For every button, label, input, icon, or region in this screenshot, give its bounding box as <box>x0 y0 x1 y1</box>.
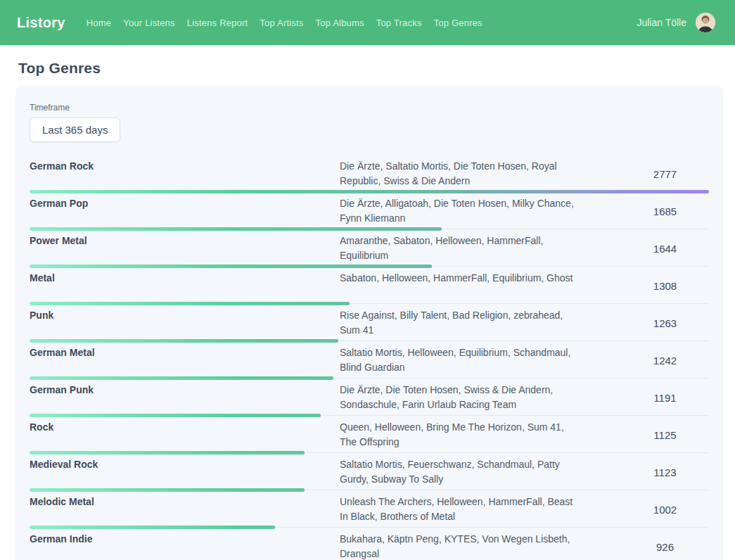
genre-row: German Metal Saltatio Mortis, Helloween,… <box>30 343 709 380</box>
genre-artists: Sabaton, Helloween, HammerFall, Equilibr… <box>340 271 582 300</box>
genre-artists: Die Ärzte, Alligatoah, Die Toten Hosen, … <box>340 196 582 226</box>
genre-artists: Queen, Helloween, Bring Me The Horizon, … <box>340 420 582 450</box>
genre-bar <box>30 227 442 231</box>
genre-artists: Unleash The Archers, Helloween, HammerFa… <box>340 495 582 524</box>
genre-bar-track <box>30 488 709 492</box>
timeframe-group: Timeframe Last 365 days <box>30 103 709 142</box>
genre-artists: Saltatio Mortis, Feuerschwanz, Schandmau… <box>340 457 582 487</box>
genre-row-columns: Rock Queen, Helloween, Bring Me The Hori… <box>30 420 709 450</box>
genre-row-columns: Power Metal Amaranthe, Sabaton, Hellowee… <box>30 234 709 263</box>
genre-name: German Punk <box>30 383 340 412</box>
genre-name: German Pop <box>30 196 340 226</box>
genre-row-columns: German Pop Die Ärzte, Alligatoah, Die To… <box>30 196 709 226</box>
genre-row: German Pop Die Ärzte, Alligatoah, Die To… <box>30 193 709 231</box>
nav-item-top-albums[interactable]: Top Albums <box>316 18 364 28</box>
genre-row-columns: Metal Sabaton, Helloween, HammerFall, Eq… <box>30 271 709 300</box>
genre-count: 1191 <box>621 392 709 404</box>
genre-bar-track <box>30 376 709 380</box>
genre-count: 1123 <box>621 466 709 478</box>
genre-bar-track <box>30 227 709 231</box>
genre-bar-track <box>30 190 709 193</box>
genres-card: Timeframe Last 365 days German Rock Die … <box>15 86 723 560</box>
genre-bar-track <box>30 526 709 529</box>
genre-count: 1263 <box>621 317 709 329</box>
timeframe-label: Timeframe <box>30 103 709 113</box>
genre-row-columns: German Rock Die Ärzte, Saltatio Mortis, … <box>30 159 709 189</box>
genre-count: 1242 <box>621 355 709 367</box>
genre-name: German Indie <box>30 532 340 560</box>
genre-bar <box>30 339 338 343</box>
genre-row-columns: German Metal Saltatio Mortis, Helloween,… <box>30 345 709 375</box>
genre-bar <box>30 488 305 492</box>
nav-item-your-listens[interactable]: Your Listens <box>123 18 174 28</box>
genre-name: Punk <box>30 308 340 338</box>
genre-bar <box>30 302 350 305</box>
nav-item-top-genres[interactable]: Top Genres <box>434 18 482 28</box>
genre-count: 1685 <box>621 205 709 217</box>
genre-count: 1125 <box>621 429 709 441</box>
genre-row-columns: German Punk Die Ärzte, Die Toten Hosen, … <box>30 383 709 412</box>
page-title: Top Genres <box>18 60 735 77</box>
genre-count: 1002 <box>621 504 709 516</box>
user-menu[interactable]: Julian Tölle <box>637 13 715 32</box>
genre-row: Medieval Rock Saltatio Mortis, Feuerschw… <box>30 454 709 492</box>
nav-item-home[interactable]: Home <box>87 18 111 28</box>
main-content: Top Genres Timeframe Last 365 days Germa… <box>0 60 735 560</box>
genre-list: German Rock Die Ärzte, Saltatio Mortis, … <box>30 156 709 560</box>
app-navbar: Listory HomeYour ListensListens ReportTo… <box>0 0 735 45</box>
genre-artists: Die Ärzte, Saltatio Mortis, Die Toten Ho… <box>340 159 582 189</box>
genre-artists: Bukahara, Käptn Peng, KYTES, Von Wegen L… <box>340 532 582 560</box>
genre-count: 926 <box>621 541 709 553</box>
genre-name: Melodic Metal <box>30 495 340 524</box>
genre-bar-track <box>30 339 709 343</box>
genre-artists: Die Ärzte, Die Toten Hosen, Swiss & Die … <box>340 383 582 412</box>
genre-row-columns: German Indie Bukahara, Käptn Peng, KYTES… <box>30 532 709 560</box>
genre-count: 1308 <box>621 280 709 292</box>
nav-item-top-tracks[interactable]: Top Tracks <box>376 18 422 28</box>
genre-name: German Rock <box>30 159 340 189</box>
genre-row: Metal Sabaton, Helloween, HammerFall, Eq… <box>30 268 709 305</box>
genre-row: Power Metal Amaranthe, Sabaton, Hellowee… <box>30 231 709 268</box>
genre-artists: Amaranthe, Sabaton, Helloween, HammerFal… <box>340 234 582 263</box>
genre-name: Medieval Rock <box>30 457 340 487</box>
genre-name: Rock <box>30 420 340 450</box>
genre-bar <box>30 190 709 193</box>
genre-count: 1644 <box>621 243 709 255</box>
genre-bar-track <box>30 265 709 268</box>
nav-links: HomeYour ListensListens ReportTop Artist… <box>87 18 482 28</box>
genre-row: Melodic Metal Unleash The Archers, Hello… <box>30 492 709 529</box>
genre-row: Rock Queen, Helloween, Bring Me The Hori… <box>30 417 709 454</box>
genre-bar <box>30 451 305 454</box>
genre-name: Metal <box>30 271 340 300</box>
genre-row: Punk Rise Against, Billy Talent, Bad Rel… <box>30 305 709 343</box>
genre-bar-track <box>30 451 709 454</box>
brand-logo[interactable]: Listory <box>17 15 65 31</box>
genre-row: German Rock Die Ärzte, Saltatio Mortis, … <box>30 156 709 193</box>
genre-name: Power Metal <box>30 234 340 263</box>
genre-count: 2777 <box>621 168 709 180</box>
user-name: Julian Tölle <box>637 17 686 28</box>
timeframe-select[interactable]: Last 365 days <box>30 117 120 142</box>
genre-bar-track <box>30 302 709 305</box>
nav-item-listens-report[interactable]: Listens Report <box>187 18 248 28</box>
genre-artists: Saltatio Mortis, Helloween, Equilibrium,… <box>340 345 582 375</box>
user-avatar-icon[interactable] <box>696 13 715 32</box>
genre-artists: Rise Against, Billy Talent, Bad Religion… <box>340 308 582 338</box>
genre-bar <box>30 526 275 529</box>
genre-bar-track <box>30 414 709 417</box>
genre-row: German Punk Die Ärzte, Die Toten Hosen, … <box>30 380 709 417</box>
genre-bar <box>30 265 432 268</box>
genre-name: German Metal <box>30 345 340 375</box>
genre-row-columns: Punk Rise Against, Billy Talent, Bad Rel… <box>30 308 709 338</box>
genre-row: German Indie Bukahara, Käptn Peng, KYTES… <box>30 529 709 560</box>
nav-item-top-artists[interactable]: Top Artists <box>260 18 303 28</box>
genre-row-columns: Melodic Metal Unleash The Archers, Hello… <box>30 495 709 524</box>
genre-bar <box>30 414 321 417</box>
genre-row-columns: Medieval Rock Saltatio Mortis, Feuerschw… <box>30 457 709 487</box>
genre-bar <box>30 376 333 380</box>
